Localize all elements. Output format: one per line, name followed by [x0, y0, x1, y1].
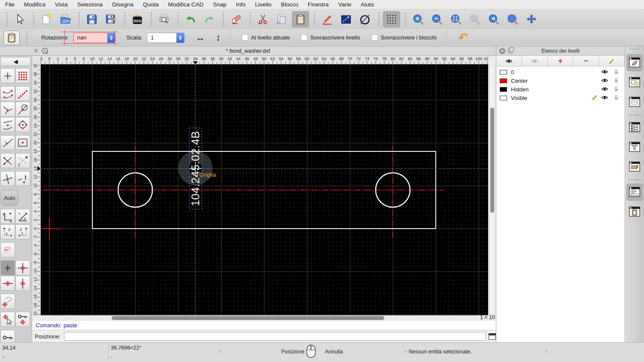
- checkbox-box[interactable]: [371, 34, 378, 41]
- active-paste-tool-button[interactable]: [3, 30, 20, 45]
- drawing-viewport[interactable]: 104.245.02.4BGriglia: [41, 64, 488, 315]
- layer-visibility-icon[interactable]: [601, 95, 608, 101]
- restrict-orthogonal-button[interactable]: [15, 260, 30, 275]
- new-file-button[interactable]: [38, 11, 55, 27]
- edit-layer-button[interactable]: [599, 56, 625, 66]
- layer-row[interactable]: Hidden: [496, 85, 625, 94]
- reset-rotation-icon[interactable]: ↶: [457, 30, 469, 45]
- red-pencil-button[interactable]: [319, 11, 336, 27]
- menu-item-info[interactable]: Info: [236, 1, 246, 8]
- restrict-none-button[interactable]: [0, 260, 15, 275]
- print-preview-button[interactable]: [155, 11, 173, 27]
- svg-export-button[interactable]: SVG: [129, 11, 146, 27]
- relative-cartesian-button[interactable]: 12: [0, 224, 15, 239]
- block-list-toggle-button[interactable]: [626, 74, 643, 91]
- restrict-horizontal-button[interactable]: [0, 276, 15, 291]
- checkbox-overwrite-layer[interactable]: Sovrascrivere livello: [301, 34, 360, 41]
- menu-item-modifica[interactable]: Modifica: [24, 1, 46, 8]
- open-file-button[interactable]: [57, 11, 74, 27]
- layer-visibility-icon[interactable]: [601, 69, 608, 75]
- coordinate-cartesian-button[interactable]: yx: [0, 209, 15, 224]
- checkbox-box[interactable]: [301, 34, 307, 41]
- center-snap-button[interactable]: [15, 117, 30, 132]
- restrict-angle-button[interactable]: [0, 294, 15, 309]
- layer-lock-icon[interactable]: [614, 69, 619, 76]
- free-snap-button[interactable]: [0, 68, 15, 83]
- back-button[interactable]: ◀: [0, 57, 31, 66]
- layer-visibility-icon[interactable]: [601, 78, 608, 84]
- clipboard-panel-toggle-button[interactable]: [626, 203, 643, 220]
- perpendicular-snap-button[interactable]: [0, 102, 15, 117]
- circle-line-button[interactable]: [356, 11, 374, 27]
- relative-polar-button[interactable]: 21: [15, 224, 30, 239]
- checkbox-current-layer[interactable]: Al livello attuale: [242, 34, 290, 41]
- intersection-manual-snap-button[interactable]: 12: [15, 153, 30, 168]
- menu-item-disegna[interactable]: Disegna: [112, 1, 134, 8]
- restrict-vertical-button[interactable]: [15, 276, 30, 291]
- menu-item-aiuto[interactable]: Aiuto: [361, 1, 374, 8]
- vertical-scrollbar[interactable]: [489, 64, 495, 315]
- menu-item-vista[interactable]: Vista: [55, 1, 68, 8]
- lock-relative-zero-button[interactable]: [15, 312, 30, 327]
- auto-snap-button[interactable]: Auto: [1, 190, 18, 206]
- menu-item-varie[interactable]: Varie: [338, 1, 352, 8]
- entity-points-snap-button[interactable]: [15, 86, 30, 101]
- copy-button[interactable]: +: [273, 11, 290, 27]
- restriction-off-button[interactable]: [0, 242, 15, 257]
- layer-row[interactable]: Visible: [496, 94, 625, 102]
- layer-list-toggle-button[interactable]: [626, 54, 643, 71]
- paste-button[interactable]: [292, 11, 309, 27]
- layer-lock-icon[interactable]: [614, 94, 619, 102]
- zoom-auto-button[interactable]: [447, 11, 465, 27]
- menu-item-file[interactable]: File: [5, 1, 15, 8]
- menu-item-modifica-cad[interactable]: Modifica CAD: [168, 1, 204, 8]
- pan-button[interactable]: [523, 11, 540, 27]
- spinner-arrows-icon[interactable]: [176, 33, 184, 43]
- zoom-previous-button[interactable]: [485, 11, 502, 27]
- library-browser-toggle-button[interactable]: [626, 158, 643, 175]
- drawing-preferences-button[interactable]: [337, 11, 355, 27]
- menu-item-livello[interactable]: Livello: [255, 1, 271, 8]
- intersection-snap-button[interactable]: [0, 153, 15, 168]
- layer-lock-icon[interactable]: [614, 77, 619, 84]
- document-title[interactable]: * bond_washer.dxf: [0, 48, 496, 54]
- command-line-toggle-button[interactable]: [626, 184, 643, 201]
- set-relative-zero-button[interactable]: [0, 312, 15, 327]
- menu-item-snap[interactable]: Snap: [213, 1, 227, 8]
- zoom-in-button[interactable]: [410, 11, 427, 27]
- remove-layer-button[interactable]: −: [573, 56, 599, 66]
- redo-button[interactable]: [201, 11, 218, 27]
- menu-item-blocco[interactable]: Blocco: [281, 1, 298, 8]
- nearest-snap-button[interactable]: [0, 135, 15, 150]
- tangential-snap-button[interactable]: [15, 102, 30, 117]
- zoom-selection-button[interactable]: [466, 11, 483, 27]
- coordinate-polar-button[interactable]: ra: [15, 209, 30, 224]
- eraser-button[interactable]: [228, 11, 245, 27]
- menu-item-quota[interactable]: Quota: [143, 1, 159, 8]
- middle-snap-button[interactable]: [0, 117, 15, 132]
- hide-all-layers-button[interactable]: [522, 56, 548, 66]
- layer-lock-icon[interactable]: [614, 86, 619, 93]
- scrollbar-thumb[interactable]: [112, 316, 384, 320]
- endpoints-snap-button[interactable]: [0, 86, 15, 101]
- horizontal-scrollbar[interactable]: [41, 315, 477, 321]
- menu-item-seleziona[interactable]: Seleziona: [77, 1, 103, 8]
- reference-snap-button[interactable]: [15, 135, 30, 150]
- scale-combobox[interactable]: 1: [147, 33, 185, 43]
- add-layer-button[interactable]: +: [548, 56, 574, 66]
- grid-snap-button[interactable]: [15, 68, 30, 83]
- flip-vertical-button[interactable]: ↕: [216, 33, 221, 43]
- cut-button[interactable]: +: [254, 11, 271, 27]
- viewports-toggle-button[interactable]: [626, 94, 643, 111]
- checkbox-overwrite-blocks[interactable]: Sovrascrivere i blocchi: [371, 34, 437, 41]
- save-button[interactable]: [83, 11, 100, 27]
- undo-button[interactable]: [182, 11, 199, 27]
- checkbox-box[interactable]: [242, 34, 248, 41]
- property-editor-toggle-button[interactable]: [626, 119, 643, 136]
- grid-toggle-button[interactable]: [383, 11, 400, 27]
- rotation-combobox[interactable]: nan: [73, 33, 115, 43]
- spinner-arrows-icon[interactable]: [107, 33, 115, 43]
- show-all-layers-button[interactable]: [496, 56, 522, 66]
- zoom-out-button[interactable]: [428, 11, 446, 27]
- layer-row[interactable]: 0: [496, 68, 625, 76]
